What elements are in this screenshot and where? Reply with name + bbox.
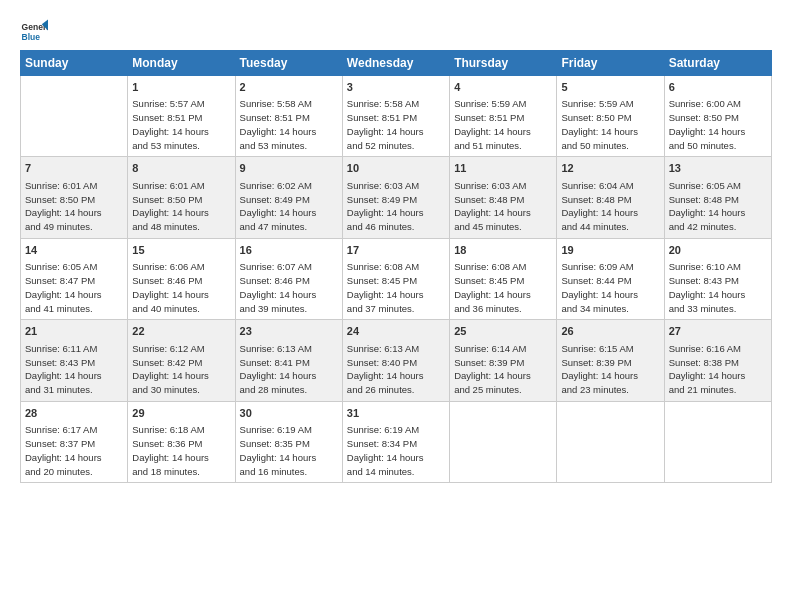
day-number: 8 [132, 161, 230, 176]
day-number: 16 [240, 243, 338, 258]
calendar-cell: 30Sunrise: 6:19 AM Sunset: 8:35 PM Dayli… [235, 401, 342, 482]
day-info: Sunrise: 6:11 AM Sunset: 8:43 PM Dayligh… [25, 342, 123, 397]
day-number: 25 [454, 324, 552, 339]
day-number: 30 [240, 406, 338, 421]
day-info: Sunrise: 6:16 AM Sunset: 8:38 PM Dayligh… [669, 342, 767, 397]
day-number: 1 [132, 80, 230, 95]
day-number: 18 [454, 243, 552, 258]
day-info: Sunrise: 5:59 AM Sunset: 8:50 PM Dayligh… [561, 97, 659, 152]
calendar-cell [557, 401, 664, 482]
day-info: Sunrise: 6:06 AM Sunset: 8:46 PM Dayligh… [132, 260, 230, 315]
calendar-cell: 16Sunrise: 6:07 AM Sunset: 8:46 PM Dayli… [235, 238, 342, 319]
day-info: Sunrise: 6:18 AM Sunset: 8:36 PM Dayligh… [132, 423, 230, 478]
day-header-tuesday: Tuesday [235, 51, 342, 76]
day-header-monday: Monday [128, 51, 235, 76]
calendar-cell [450, 401, 557, 482]
calendar-cell: 2Sunrise: 5:58 AM Sunset: 8:51 PM Daylig… [235, 76, 342, 157]
day-header-sunday: Sunday [21, 51, 128, 76]
day-number: 5 [561, 80, 659, 95]
day-number: 28 [25, 406, 123, 421]
day-info: Sunrise: 5:58 AM Sunset: 8:51 PM Dayligh… [347, 97, 445, 152]
day-info: Sunrise: 5:59 AM Sunset: 8:51 PM Dayligh… [454, 97, 552, 152]
calendar-cell: 19Sunrise: 6:09 AM Sunset: 8:44 PM Dayli… [557, 238, 664, 319]
day-info: Sunrise: 6:05 AM Sunset: 8:48 PM Dayligh… [669, 179, 767, 234]
calendar-cell: 20Sunrise: 6:10 AM Sunset: 8:43 PM Dayli… [664, 238, 771, 319]
day-info: Sunrise: 6:14 AM Sunset: 8:39 PM Dayligh… [454, 342, 552, 397]
day-number: 23 [240, 324, 338, 339]
calendar-cell: 25Sunrise: 6:14 AM Sunset: 8:39 PM Dayli… [450, 320, 557, 401]
day-number: 14 [25, 243, 123, 258]
calendar-table: SundayMondayTuesdayWednesdayThursdayFrid… [20, 50, 772, 483]
day-number: 20 [669, 243, 767, 258]
calendar-cell: 22Sunrise: 6:12 AM Sunset: 8:42 PM Dayli… [128, 320, 235, 401]
day-header-saturday: Saturday [664, 51, 771, 76]
calendar-week-row: 28Sunrise: 6:17 AM Sunset: 8:37 PM Dayli… [21, 401, 772, 482]
day-number: 31 [347, 406, 445, 421]
day-info: Sunrise: 6:02 AM Sunset: 8:49 PM Dayligh… [240, 179, 338, 234]
day-number: 29 [132, 406, 230, 421]
day-info: Sunrise: 6:09 AM Sunset: 8:44 PM Dayligh… [561, 260, 659, 315]
calendar-cell: 11Sunrise: 6:03 AM Sunset: 8:48 PM Dayli… [450, 157, 557, 238]
day-info: Sunrise: 6:13 AM Sunset: 8:41 PM Dayligh… [240, 342, 338, 397]
day-info: Sunrise: 6:03 AM Sunset: 8:49 PM Dayligh… [347, 179, 445, 234]
calendar-cell: 3Sunrise: 5:58 AM Sunset: 8:51 PM Daylig… [342, 76, 449, 157]
day-info: Sunrise: 6:01 AM Sunset: 8:50 PM Dayligh… [132, 179, 230, 234]
day-info: Sunrise: 6:12 AM Sunset: 8:42 PM Dayligh… [132, 342, 230, 397]
calendar-cell: 31Sunrise: 6:19 AM Sunset: 8:34 PM Dayli… [342, 401, 449, 482]
day-number: 7 [25, 161, 123, 176]
calendar-cell: 17Sunrise: 6:08 AM Sunset: 8:45 PM Dayli… [342, 238, 449, 319]
day-header-friday: Friday [557, 51, 664, 76]
calendar-cell: 12Sunrise: 6:04 AM Sunset: 8:48 PM Dayli… [557, 157, 664, 238]
day-info: Sunrise: 6:19 AM Sunset: 8:35 PM Dayligh… [240, 423, 338, 478]
calendar-week-row: 7Sunrise: 6:01 AM Sunset: 8:50 PM Daylig… [21, 157, 772, 238]
calendar-cell: 7Sunrise: 6:01 AM Sunset: 8:50 PM Daylig… [21, 157, 128, 238]
calendar-cell: 6Sunrise: 6:00 AM Sunset: 8:50 PM Daylig… [664, 76, 771, 157]
day-number: 22 [132, 324, 230, 339]
day-number: 15 [132, 243, 230, 258]
calendar-cell: 9Sunrise: 6:02 AM Sunset: 8:49 PM Daylig… [235, 157, 342, 238]
day-info: Sunrise: 6:19 AM Sunset: 8:34 PM Dayligh… [347, 423, 445, 478]
day-info: Sunrise: 6:01 AM Sunset: 8:50 PM Dayligh… [25, 179, 123, 234]
day-info: Sunrise: 6:17 AM Sunset: 8:37 PM Dayligh… [25, 423, 123, 478]
day-info: Sunrise: 6:00 AM Sunset: 8:50 PM Dayligh… [669, 97, 767, 152]
calendar-cell: 15Sunrise: 6:06 AM Sunset: 8:46 PM Dayli… [128, 238, 235, 319]
calendar-cell: 23Sunrise: 6:13 AM Sunset: 8:41 PM Dayli… [235, 320, 342, 401]
day-info: Sunrise: 5:58 AM Sunset: 8:51 PM Dayligh… [240, 97, 338, 152]
day-number: 17 [347, 243, 445, 258]
calendar-cell: 18Sunrise: 6:08 AM Sunset: 8:45 PM Dayli… [450, 238, 557, 319]
calendar-week-row: 14Sunrise: 6:05 AM Sunset: 8:47 PM Dayli… [21, 238, 772, 319]
day-number: 21 [25, 324, 123, 339]
day-info: Sunrise: 6:03 AM Sunset: 8:48 PM Dayligh… [454, 179, 552, 234]
day-number: 26 [561, 324, 659, 339]
calendar-header-row: SundayMondayTuesdayWednesdayThursdayFrid… [21, 51, 772, 76]
calendar-cell: 13Sunrise: 6:05 AM Sunset: 8:48 PM Dayli… [664, 157, 771, 238]
day-header-thursday: Thursday [450, 51, 557, 76]
day-info: Sunrise: 6:07 AM Sunset: 8:46 PM Dayligh… [240, 260, 338, 315]
day-number: 2 [240, 80, 338, 95]
calendar-cell: 27Sunrise: 6:16 AM Sunset: 8:38 PM Dayli… [664, 320, 771, 401]
day-number: 27 [669, 324, 767, 339]
calendar-cell [21, 76, 128, 157]
day-number: 13 [669, 161, 767, 176]
calendar-cell: 21Sunrise: 6:11 AM Sunset: 8:43 PM Dayli… [21, 320, 128, 401]
calendar-cell: 29Sunrise: 6:18 AM Sunset: 8:36 PM Dayli… [128, 401, 235, 482]
calendar-cell: 10Sunrise: 6:03 AM Sunset: 8:49 PM Dayli… [342, 157, 449, 238]
day-info: Sunrise: 6:15 AM Sunset: 8:39 PM Dayligh… [561, 342, 659, 397]
day-info: Sunrise: 6:13 AM Sunset: 8:40 PM Dayligh… [347, 342, 445, 397]
day-number: 3 [347, 80, 445, 95]
calendar-week-row: 1Sunrise: 5:57 AM Sunset: 8:51 PM Daylig… [21, 76, 772, 157]
calendar-cell: 26Sunrise: 6:15 AM Sunset: 8:39 PM Dayli… [557, 320, 664, 401]
calendar-cell: 14Sunrise: 6:05 AM Sunset: 8:47 PM Dayli… [21, 238, 128, 319]
calendar-cell: 1Sunrise: 5:57 AM Sunset: 8:51 PM Daylig… [128, 76, 235, 157]
logo: General Blue [20, 18, 48, 46]
day-number: 9 [240, 161, 338, 176]
calendar-week-row: 21Sunrise: 6:11 AM Sunset: 8:43 PM Dayli… [21, 320, 772, 401]
day-header-wednesday: Wednesday [342, 51, 449, 76]
day-number: 11 [454, 161, 552, 176]
day-number: 6 [669, 80, 767, 95]
day-info: Sunrise: 6:05 AM Sunset: 8:47 PM Dayligh… [25, 260, 123, 315]
calendar-cell: 28Sunrise: 6:17 AM Sunset: 8:37 PM Dayli… [21, 401, 128, 482]
day-info: Sunrise: 6:04 AM Sunset: 8:48 PM Dayligh… [561, 179, 659, 234]
day-number: 24 [347, 324, 445, 339]
day-info: Sunrise: 5:57 AM Sunset: 8:51 PM Dayligh… [132, 97, 230, 152]
